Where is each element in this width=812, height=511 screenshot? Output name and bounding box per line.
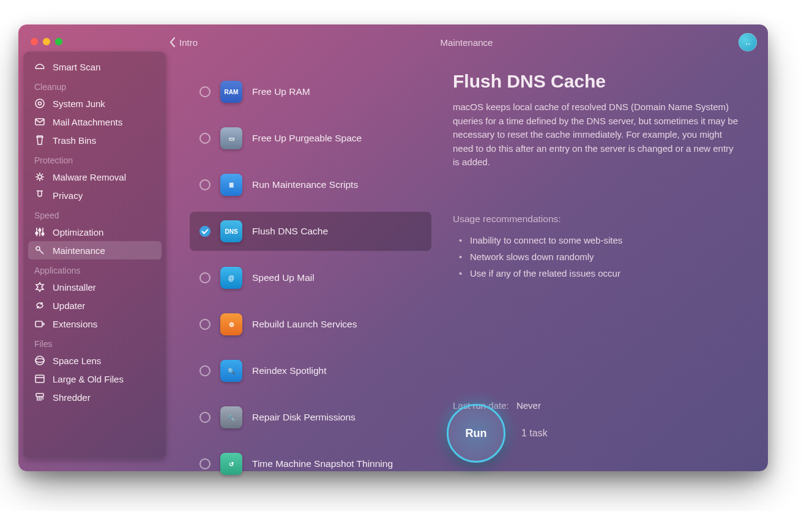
sidebar-section-files: Files	[28, 333, 162, 351]
sidebar-item-label: Malware Removal	[53, 172, 126, 182]
detail-title: Flush DNS Cache	[453, 71, 740, 92]
task-checkbox[interactable]	[199, 412, 210, 423]
task-run-maintenance-scripts[interactable]: ≣Run Maintenance Scripts	[190, 165, 431, 204]
task-label: Speed Up Mail	[252, 272, 315, 283]
sidebar-item-trash-bins[interactable]: Trash Bins	[28, 131, 162, 149]
optimization-icon	[34, 226, 45, 237]
usage-item: Network slows down randomly	[456, 248, 740, 265]
task-time-machine-snapshot-thinning[interactable]: ↺Time Machine Snapshot Thinning	[190, 444, 431, 483]
svg-point-4	[35, 232, 38, 234]
task-label: Run Maintenance Scripts	[252, 179, 358, 190]
sidebar-item-label: Space Lens	[53, 356, 101, 366]
system-junk-icon	[34, 98, 45, 109]
sidebar-item-system-junk[interactable]: System Junk	[28, 94, 162, 113]
svg-rect-2	[35, 119, 44, 125]
run-button[interactable]: Run	[447, 404, 505, 463]
run-button-label: Run	[466, 427, 487, 440]
sidebar-item-shredder[interactable]: Shredder	[28, 388, 162, 406]
usage-item: Use if any of the related issues occur	[456, 265, 740, 282]
sidebar-item-label: Large & Old Files	[53, 374, 124, 384]
task-free-up-purgeable-space[interactable]: ▭Free Up Purgeable Space	[190, 119, 431, 158]
sidebar-item-privacy[interactable]: Privacy	[28, 186, 162, 204]
account-button[interactable]	[739, 33, 757, 51]
sidebar-item-label: Shredder	[53, 392, 91, 403]
trash-bins-icon	[34, 135, 45, 146]
task-label: Time Machine Snapshot Thinning	[252, 458, 393, 469]
task-repair-disk-permissions[interactable]: 🔧Repair Disk Permissions	[190, 398, 431, 437]
sidebar-section-speed: Speed	[28, 204, 162, 223]
svg-rect-9	[42, 323, 44, 325]
sidebar-item-label: Updater	[53, 300, 85, 311]
app-window: Intro Maintenance Smart ScanCleanupSyste…	[18, 24, 768, 471]
sidebar-item-updater[interactable]: Updater	[28, 296, 162, 315]
task-icon: @	[220, 267, 242, 289]
sidebar-item-label: Uninstaller	[53, 282, 96, 293]
task-icon: 🔧	[220, 406, 242, 428]
task-label: Free Up RAM	[252, 86, 310, 97]
task-checkbox[interactable]	[199, 226, 210, 237]
malware-removal-icon	[34, 171, 45, 182]
back-label: Intro	[179, 37, 198, 48]
sidebar-section-applications: Applications	[28, 259, 162, 278]
sidebar-item-label: System Junk	[53, 99, 105, 109]
svg-point-5	[39, 229, 41, 231]
run-area: Run 1 task	[447, 404, 548, 463]
sidebar-item-label: Privacy	[53, 190, 83, 201]
task-icon: ⚙	[220, 313, 242, 335]
svg-point-1	[39, 102, 42, 105]
task-label: Rebuild Launch Services	[252, 319, 357, 330]
task-checkbox[interactable]	[199, 133, 210, 144]
usage-list: Inability to connect to some web-sitesNe…	[453, 232, 740, 282]
header-bar: Intro Maintenance	[165, 24, 768, 60]
task-speed-up-mail[interactable]: @Speed Up Mail	[190, 258, 431, 297]
task-flush-dns-cache[interactable]: DNSFlush DNS Cache	[190, 212, 431, 251]
task-rebuild-launch-services[interactable]: ⚙Rebuild Launch Services	[190, 305, 431, 344]
smart-scan-icon	[34, 61, 45, 72]
task-reindex-spotlight[interactable]: 🔍Reindex Spotlight	[190, 351, 431, 390]
task-checkbox[interactable]	[199, 458, 210, 469]
sidebar-item-label: Maintenance	[53, 245, 105, 256]
minimize-window-button[interactable]	[43, 38, 50, 45]
task-label: Repair Disk Permissions	[252, 412, 356, 423]
task-label: Reindex Spotlight	[252, 365, 327, 376]
svg-rect-12	[35, 375, 44, 382]
task-icon: ≣	[220, 174, 242, 196]
svg-point-3	[38, 175, 42, 179]
task-checkbox[interactable]	[199, 179, 210, 190]
task-checkbox[interactable]	[199, 365, 210, 376]
extensions-icon	[34, 318, 45, 329]
sidebar-item-large-old-files[interactable]: Large & Old Files	[28, 370, 162, 388]
mail-attachments-icon	[34, 116, 45, 127]
sidebar-item-maintenance[interactable]: Maintenance	[28, 241, 162, 259]
sidebar-item-label: Extensions	[53, 319, 97, 329]
maintenance-icon	[34, 245, 45, 256]
sidebar-item-extensions[interactable]: Extensions	[28, 315, 162, 333]
task-icon: ↺	[220, 453, 242, 475]
task-free-up-ram[interactable]: RAMFree Up RAM	[190, 72, 431, 111]
svg-point-11	[35, 359, 44, 362]
back-button[interactable]: Intro	[169, 37, 198, 48]
task-label: Flush DNS Cache	[252, 226, 328, 237]
sidebar: Smart ScanCleanupSystem JunkMail Attachm…	[23, 51, 166, 459]
window-controls	[31, 38, 62, 45]
sidebar-item-mail-attachments[interactable]: Mail Attachments	[28, 113, 162, 131]
task-icon: RAM	[220, 81, 242, 103]
sidebar-item-optimization[interactable]: Optimization	[28, 223, 162, 241]
sidebar-item-space-lens[interactable]: Space Lens	[28, 351, 162, 370]
task-checkbox[interactable]	[199, 86, 210, 97]
updater-icon	[34, 300, 45, 311]
detail-panel: Flush DNS Cache macOS keeps local cache …	[453, 71, 740, 282]
large-old-files-icon	[34, 373, 45, 384]
chevron-left-icon	[169, 37, 176, 48]
task-icon: 🔍	[220, 360, 242, 382]
sidebar-item-smart-scan[interactable]: Smart Scan	[28, 58, 162, 76]
task-icon: DNS	[220, 220, 242, 242]
sidebar-item-malware-removal[interactable]: Malware Removal	[28, 168, 162, 186]
close-window-button[interactable]	[31, 38, 38, 45]
zoom-window-button[interactable]	[55, 38, 62, 45]
task-checkbox[interactable]	[199, 319, 210, 330]
sidebar-item-uninstaller[interactable]: Uninstaller	[28, 278, 162, 296]
task-checkbox[interactable]	[199, 272, 210, 283]
sidebar-item-label: Trash Bins	[53, 135, 96, 146]
sidebar-item-label: Optimization	[53, 227, 103, 237]
